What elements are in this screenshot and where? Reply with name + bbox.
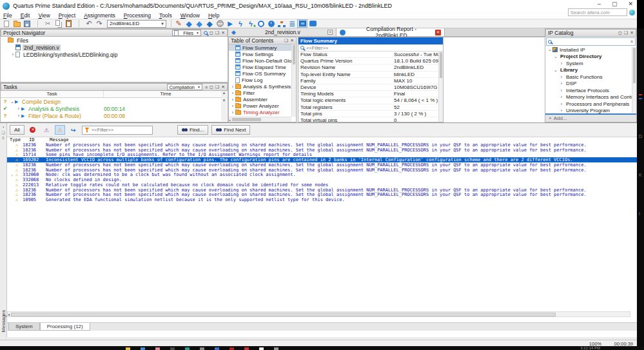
file-tree-item[interactable]: 2nd_revision.v [1, 44, 228, 51]
menu-item[interactable]: Help [208, 12, 219, 19]
toolbar-button[interactable] [94, 19, 104, 28]
tasks-scrollbar[interactable]: ▲▼ [221, 91, 227, 121]
message-row[interactable]: › 332060 Node: clk was determined to be … [7, 173, 637, 178]
file-tree-item[interactable]: Files [1, 37, 228, 44]
close-panel-icon[interactable]: ✕ [630, 30, 634, 35]
toolbar-button[interactable] [32, 19, 43, 28]
message-row[interactable]: › 169202 Inconsistent VCCIO across multi… [7, 157, 637, 162]
pin-icon[interactable]: ◻ [210, 84, 213, 90]
dock-icon[interactable]: ≡ [2, 136, 5, 140]
message-row[interactable]: › 15714 Some pins have incomplete I/O as… [7, 153, 637, 158]
toc-item[interactable]: › Power Analyzer [229, 102, 296, 109]
toolbar-button[interactable] [173, 19, 184, 28]
menu-item[interactable]: Assignments [84, 12, 115, 19]
toc-item[interactable]: Flow Elapsed Time [229, 64, 296, 70]
expander-icon[interactable]: › [559, 75, 564, 79]
expander-icon[interactable]: › [559, 108, 564, 113]
ip-tree-item[interactable]: › Basic Functions [545, 73, 636, 81]
ip-tree-item[interactable]: › DSP [545, 81, 636, 88]
find-button[interactable]: Find... [177, 125, 208, 135]
taskbar-app-icon[interactable] [155, 347, 160, 350]
message-row[interactable]: › 18236 Number of processors has not bee… [7, 162, 637, 168]
toolbar-button[interactable] [194, 19, 204, 28]
toolbar-button[interactable] [63, 19, 73, 28]
expander-icon[interactable]: ⌄ [553, 54, 558, 59]
tab-close-icon[interactable]: ✕ [435, 30, 441, 35]
menu-item[interactable]: Edit [21, 12, 30, 19]
tasks-view-combobox[interactable]: Compilation▼ [167, 84, 202, 90]
expander-icon[interactable]: › [559, 81, 564, 86]
expander-icon[interactable]: › [10, 52, 15, 57]
taskbar-app-icon[interactable] [259, 347, 264, 350]
toolbar-button[interactable] [84, 19, 94, 28]
expander-icon[interactable]: › [230, 91, 235, 95]
ip-tree-item[interactable]: ⌄ Project Directory [545, 53, 636, 61]
ip-search-input[interactable] [553, 39, 629, 44]
message-row[interactable]: › 18236 Number of processors has not bee… [7, 148, 637, 153]
expander-icon[interactable]: › [230, 110, 235, 115]
toolbar-button[interactable] [307, 19, 318, 28]
menu-item[interactable]: Project [59, 12, 75, 19]
close-panel-icon[interactable]: ✕ [221, 84, 225, 90]
toolbar-button[interactable] [184, 19, 194, 28]
revision-combobox[interactable]: 2ndBlinkLED ▼ [107, 20, 166, 28]
expander-icon[interactable]: › [559, 95, 564, 99]
toolbar-button[interactable] [287, 19, 297, 28]
expander-icon[interactable]: › [230, 104, 235, 108]
ip-tree-item[interactable]: › Interface Protocols [545, 87, 636, 94]
toolbar-button[interactable] [215, 19, 225, 28]
search-icon[interactable] [204, 31, 208, 35]
menu-item[interactable]: Tools [159, 12, 172, 19]
minimize-button[interactable]: – [598, 1, 601, 7]
toolbar-button[interactable] [53, 19, 63, 28]
toolbar-button[interactable] [225, 19, 235, 28]
ip-tree-item[interactable]: › System [545, 60, 636, 67]
maximize-button[interactable]: ▢ [612, 1, 618, 7]
dock-icon[interactable]: ❏ [1, 130, 5, 135]
toolbar-button[interactable] [266, 19, 277, 28]
search-input[interactable] [568, 8, 627, 16]
toc-item[interactable]: › Fitter [229, 90, 296, 96]
toolbar-button[interactable] [246, 19, 256, 28]
task-row[interactable]: ? › ▶ Fitter (Place & Route) 00:00:08 [1, 112, 228, 119]
navigator-view-combobox[interactable]: Files▼ [172, 30, 201, 36]
expander-icon[interactable]: ⌄ [547, 47, 552, 52]
expander-icon[interactable]: › [16, 113, 21, 118]
close-panel-icon[interactable]: ✕ [221, 30, 225, 35]
toolbar-button[interactable] [204, 19, 215, 28]
message-row[interactable]: › 18236 Number of processors has not bee… [7, 188, 637, 193]
float-icon[interactable]: ❏ [624, 30, 628, 35]
toolbar-button[interactable] [277, 19, 287, 28]
taskbar-app-icon[interactable] [126, 347, 130, 350]
expander-icon[interactable]: › [559, 88, 564, 93]
close-button[interactable]: ✕ [628, 1, 633, 7]
menu-item[interactable]: View [38, 12, 50, 19]
flow-filter-input[interactable] [306, 45, 403, 51]
messages-tab[interactable]: Processing (12) [40, 323, 90, 331]
float-icon[interactable]: ❏ [215, 30, 219, 35]
warnings-filter-button[interactable] [55, 125, 65, 135]
taskbar-app-icon[interactable] [141, 347, 145, 350]
find-next-button[interactable]: Find Next [211, 125, 250, 135]
messages-horizontal-scrollbar[interactable]: ◂ [7, 311, 630, 317]
toolbar-button[interactable] [73, 19, 84, 28]
taskbar-app-icon[interactable] [185, 347, 190, 350]
pin-icon[interactable]: ◻ [210, 30, 213, 35]
toc-item[interactable]: › Timing Analyzer [229, 109, 296, 115]
expander-icon[interactable]: › [230, 84, 235, 89]
float-icon[interactable]: ❏ [215, 84, 219, 90]
task-row[interactable]: ? ⌄ ▶ Compile Design [1, 98, 228, 105]
toc-vertical-scrollbar[interactable] [291, 44, 296, 117]
toc-item[interactable]: › Analysis & Synthesis [229, 83, 296, 90]
expander-icon[interactable]: ⌄ [10, 99, 15, 104]
message-row[interactable]: › 18236 Number of processors has not bee… [7, 193, 637, 198]
menu-item[interactable]: File [3, 12, 12, 19]
toolbar-button[interactable] [297, 19, 307, 28]
task-row[interactable]: ✔ › ▶ Analysis & Synthesis 00:00:14 [1, 105, 228, 112]
ip-add-button[interactable]: +Add... [545, 113, 636, 122]
menu-item[interactable]: Processing [124, 12, 151, 19]
taskbar-app-icon[interactable] [244, 347, 249, 350]
message-row[interactable]: › 332068 No clocks defined in design. [7, 177, 637, 182]
message-row[interactable]: › 10905 Generated the EDA functional sim… [7, 197, 637, 202]
close-panel-icon[interactable]: ✕ [290, 38, 294, 43]
